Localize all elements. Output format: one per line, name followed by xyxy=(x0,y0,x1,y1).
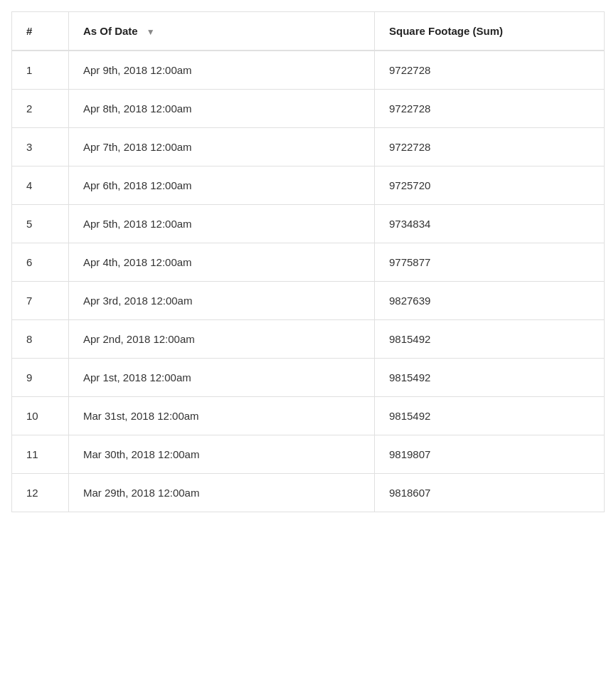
table-row: 9Apr 1st, 2018 12:00am9815492 xyxy=(12,359,605,397)
cell-num: 8 xyxy=(12,320,69,359)
cell-sqft: 9722728 xyxy=(375,128,605,166)
cell-date: Apr 3rd, 2018 12:00am xyxy=(69,282,375,320)
cell-num: 6 xyxy=(12,243,69,282)
table-row: 5Apr 5th, 2018 12:00am9734834 xyxy=(12,205,605,243)
table-row: 10Mar 31st, 2018 12:00am9815492 xyxy=(12,397,605,435)
cell-num: 1 xyxy=(12,51,69,90)
cell-sqft: 9818607 xyxy=(375,474,605,512)
table-row: 12Mar 29th, 2018 12:00am9818607 xyxy=(12,474,605,512)
cell-sqft: 9827639 xyxy=(375,282,605,320)
table-row: 2Apr 8th, 2018 12:00am9722728 xyxy=(12,90,605,128)
sort-icon[interactable]: ▼ xyxy=(147,27,155,37)
cell-sqft: 9815492 xyxy=(375,359,605,397)
table-row: 3Apr 7th, 2018 12:00am9722728 xyxy=(12,128,605,166)
cell-num: 2 xyxy=(12,90,69,128)
column-header-sqft: Square Footage (Sum) xyxy=(375,12,605,51)
cell-sqft: 9725720 xyxy=(375,166,605,205)
table-row: 4Apr 6th, 2018 12:00am9725720 xyxy=(12,166,605,205)
cell-num: 5 xyxy=(12,205,69,243)
table-body: 1Apr 9th, 2018 12:00am97227282Apr 8th, 2… xyxy=(12,51,605,512)
cell-sqft: 9819807 xyxy=(375,435,605,474)
column-sqft-label: Square Footage (Sum) xyxy=(389,25,503,37)
column-header-num: # xyxy=(12,12,69,51)
cell-num: 7 xyxy=(12,282,69,320)
cell-num: 4 xyxy=(12,166,69,205)
table-row: 1Apr 9th, 2018 12:00am9722728 xyxy=(12,51,605,90)
cell-num: 9 xyxy=(12,359,69,397)
cell-date: Mar 30th, 2018 12:00am xyxy=(69,435,375,474)
column-num-label: # xyxy=(26,25,32,37)
table-row: 11Mar 30th, 2018 12:00am9819807 xyxy=(12,435,605,474)
table-row: 6Apr 4th, 2018 12:00am9775877 xyxy=(12,243,605,282)
cell-num: 12 xyxy=(12,474,69,512)
table-row: 8Apr 2nd, 2018 12:00am9815492 xyxy=(12,320,605,359)
cell-sqft: 9775877 xyxy=(375,243,605,282)
cell-num: 10 xyxy=(12,397,69,435)
column-header-date[interactable]: As Of Date ▼ xyxy=(69,12,375,51)
cell-sqft: 9722728 xyxy=(375,90,605,128)
table-row: 7Apr 3rd, 2018 12:00am9827639 xyxy=(12,282,605,320)
cell-date: Apr 6th, 2018 12:00am xyxy=(69,166,375,205)
cell-sqft: 9815492 xyxy=(375,320,605,359)
cell-date: Mar 29th, 2018 12:00am xyxy=(69,474,375,512)
cell-sqft: 9734834 xyxy=(375,205,605,243)
table-header-row: # As Of Date ▼ Square Footage (Sum) xyxy=(12,12,605,51)
cell-date: Apr 2nd, 2018 12:00am xyxy=(69,320,375,359)
cell-date: Apr 4th, 2018 12:00am xyxy=(69,243,375,282)
data-table: # As Of Date ▼ Square Footage (Sum) 1Apr… xyxy=(11,11,605,512)
cell-sqft: 9815492 xyxy=(375,397,605,435)
table-container: # As Of Date ▼ Square Footage (Sum) 1Apr… xyxy=(0,0,616,693)
cell-date: Apr 8th, 2018 12:00am xyxy=(69,90,375,128)
cell-sqft: 9722728 xyxy=(375,51,605,90)
column-date-label: As Of Date xyxy=(83,25,138,37)
cell-num: 11 xyxy=(12,435,69,474)
cell-date: Apr 7th, 2018 12:00am xyxy=(69,128,375,166)
cell-date: Apr 1st, 2018 12:00am xyxy=(69,359,375,397)
cell-date: Apr 5th, 2018 12:00am xyxy=(69,205,375,243)
cell-date: Mar 31st, 2018 12:00am xyxy=(69,397,375,435)
cell-num: 3 xyxy=(12,128,69,166)
cell-date: Apr 9th, 2018 12:00am xyxy=(69,51,375,90)
